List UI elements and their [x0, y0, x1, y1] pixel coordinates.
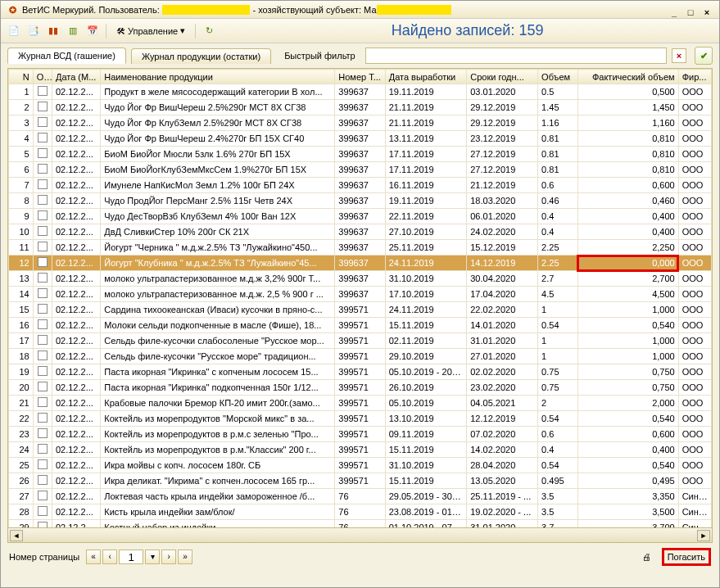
- cell-checkbox[interactable]: [33, 349, 52, 364]
- cell-fvol[interactable]: 1,450: [577, 100, 678, 115]
- cell-fvol[interactable]: 4,500: [577, 287, 678, 302]
- col-date[interactable]: Дата (М...: [52, 70, 100, 84]
- table-row[interactable]: 302.12.2...Чудо Йог Фр КлубЗемл 2.5%290г…: [9, 115, 712, 131]
- new-icon[interactable]: 📄: [6, 23, 22, 39]
- cell-checkbox[interactable]: [33, 224, 52, 240]
- table-row[interactable]: 2602.12.2...Икра деликат. "Икрима" с коп…: [9, 473, 712, 489]
- cell-checkbox[interactable]: [33, 442, 52, 458]
- cell-fvol[interactable]: 0,400: [577, 442, 678, 458]
- cell-fvol[interactable]: 0,500: [577, 84, 678, 100]
- cell-checkbox[interactable]: [33, 520, 52, 528]
- cell-fvol[interactable]: 0,460: [577, 193, 678, 209]
- manage-menu[interactable]: 🛠 Управление ▾: [111, 23, 190, 39]
- cell-checkbox[interactable]: [33, 380, 52, 396]
- cell-fvol[interactable]: 0,540: [577, 458, 678, 473]
- minimize-button[interactable]: _: [667, 3, 682, 16]
- cell-fvol[interactable]: 0,400: [577, 209, 678, 224]
- table-row[interactable]: 1802.12.2...Сельдь филе-кусочки "Русское…: [9, 349, 712, 364]
- cell-checkbox[interactable]: [33, 302, 52, 318]
- table-row[interactable]: 1102.12.2...Йогурт "Черника " м.д.ж.2.5%…: [9, 240, 712, 256]
- scroll-right-icon[interactable]: ►: [697, 530, 710, 541]
- cell-fvol[interactable]: 0,600: [577, 178, 678, 193]
- cell-checkbox[interactable]: [33, 318, 52, 333]
- cell-fvol[interactable]: 3,500: [577, 504, 678, 520]
- cell-fvol[interactable]: 1,000: [577, 349, 678, 364]
- cell-checkbox[interactable]: [33, 178, 52, 193]
- cell-fvol[interactable]: 0,540: [577, 318, 678, 333]
- table-row[interactable]: 802.12.2...Чудо ПродЙог ПерсМанг 2.5% 11…: [9, 193, 712, 209]
- tab-products[interactable]: Журнал продукции (остатки): [131, 48, 271, 64]
- pager-dropdown[interactable]: ▾: [145, 550, 160, 564]
- cell-fvol[interactable]: 2,000: [577, 396, 678, 411]
- calendar-icon[interactable]: 📅: [84, 23, 101, 39]
- table-row[interactable]: 2102.12.2...Крабовые палочки Бремор КП-2…: [9, 396, 712, 411]
- pager-next[interactable]: ›: [161, 550, 176, 564]
- col-check[interactable]: О...: [33, 70, 52, 84]
- table-row[interactable]: 602.12.2...БиоМ БиоЙогКлубЗемМксСем 1.9%…: [9, 162, 712, 178]
- table-row[interactable]: 702.12.2...Имунеле НапКисМол Земл 1.2% 1…: [9, 178, 712, 193]
- table-row[interactable]: 2202.12.2...Коктейль из морепродуктов "М…: [9, 411, 712, 427]
- pager-input[interactable]: [119, 550, 143, 564]
- cell-fvol[interactable]: 0,495: [577, 473, 678, 489]
- col-dv[interactable]: Дата выработки: [385, 70, 467, 84]
- table-row[interactable]: 1202.12.2...Йогурт "Клубника " м.д.ж.2.5…: [9, 256, 712, 271]
- cell-fvol[interactable]: 0,540: [577, 411, 678, 427]
- cell-fvol[interactable]: 0,810: [577, 147, 678, 162]
- filter-clear-button[interactable]: ×: [672, 48, 686, 63]
- cell-fvol[interactable]: 1,000: [577, 333, 678, 349]
- table-row[interactable]: 2502.12.2...Икра мойвы с копч. лососем 1…: [9, 458, 712, 473]
- cell-checkbox[interactable]: [33, 240, 52, 256]
- cell-checkbox[interactable]: [33, 287, 52, 302]
- tab-vsd[interactable]: Журнал ВСД (гашение): [7, 47, 126, 64]
- cell-fvol[interactable]: 2,250: [577, 240, 678, 256]
- cell-fvol[interactable]: 0,000: [577, 256, 678, 271]
- cell-checkbox[interactable]: [33, 504, 52, 520]
- col-sg[interactable]: Сроки годн...: [467, 70, 538, 84]
- cell-fvol[interactable]: 0,750: [577, 380, 678, 396]
- cell-checkbox[interactable]: [33, 100, 52, 115]
- columns-icon[interactable]: ▮▮: [45, 23, 61, 39]
- print-icon[interactable]: 🖨: [639, 549, 655, 565]
- table-row[interactable]: 502.12.2...БиоМ БиоЙог Мюсли 5злк 1.6% 2…: [9, 147, 712, 162]
- cell-fvol[interactable]: 2,700: [577, 271, 678, 287]
- cell-checkbox[interactable]: [33, 473, 52, 489]
- cell-checkbox[interactable]: [33, 162, 52, 178]
- pager-prev[interactable]: ‹: [102, 550, 117, 564]
- col-firm[interactable]: Фир...: [678, 70, 711, 84]
- cell-checkbox[interactable]: [33, 84, 52, 100]
- horizontal-scrollbar[interactable]: ◄ ►: [8, 527, 712, 542]
- cell-fvol[interactable]: 3,700: [577, 520, 678, 528]
- filter-apply-button[interactable]: ✔: [695, 47, 713, 65]
- table-row[interactable]: 2402.12.2...Коктейль из морепродуктов в …: [9, 442, 712, 458]
- table-row[interactable]: 902.12.2...Чудо ДесТворВзб КлубЗемл 4% 1…: [9, 209, 712, 224]
- table-row[interactable]: 1002.12.2...ДвД СливкиСтер 10% 200г СК 2…: [9, 224, 712, 240]
- cell-checkbox[interactable]: [33, 147, 52, 162]
- col-name[interactable]: Наименование продукции: [101, 70, 335, 84]
- cell-checkbox[interactable]: [33, 458, 52, 473]
- scroll-left-icon[interactable]: ◄: [10, 530, 23, 541]
- col-fvol[interactable]: Фактический объем: [577, 70, 678, 84]
- cell-checkbox[interactable]: [33, 427, 52, 442]
- table-row[interactable]: 2702.12.2...Локтевая часть крыла индейки…: [9, 489, 712, 504]
- pager-first[interactable]: «: [86, 550, 101, 564]
- refresh-icon[interactable]: ↻: [201, 23, 217, 39]
- table-row[interactable]: 1702.12.2...Сельдь филе-кусочки слабосол…: [9, 333, 712, 349]
- cell-checkbox[interactable]: [33, 489, 52, 504]
- maximize-button[interactable]: □: [683, 3, 698, 16]
- col-n[interactable]: N: [9, 70, 34, 84]
- table-row[interactable]: 102.12.2...Продукт в желе мясосодержащий…: [9, 84, 712, 100]
- col-vol[interactable]: Объем: [538, 70, 578, 84]
- cell-fvol[interactable]: 0,810: [577, 162, 678, 178]
- cell-fvol[interactable]: 3,350: [577, 489, 678, 504]
- table-row[interactable]: 1902.12.2...Паста икорная "Икринка" с ко…: [9, 364, 712, 380]
- pager-last[interactable]: »: [178, 550, 192, 564]
- col-nomt[interactable]: Номер Т...: [335, 70, 385, 84]
- cell-checkbox[interactable]: [33, 115, 52, 131]
- filter-input[interactable]: [365, 47, 667, 64]
- table-row[interactable]: 2902.12.2...Костный набор из индейки7601…: [9, 520, 712, 528]
- cell-fvol[interactable]: 0,810: [577, 131, 678, 147]
- table-row[interactable]: 1302.12.2...молоко ультрапастеризованное…: [9, 271, 712, 287]
- cell-checkbox[interactable]: [33, 271, 52, 287]
- cell-checkbox[interactable]: [33, 364, 52, 380]
- cell-fvol[interactable]: 0,400: [577, 224, 678, 240]
